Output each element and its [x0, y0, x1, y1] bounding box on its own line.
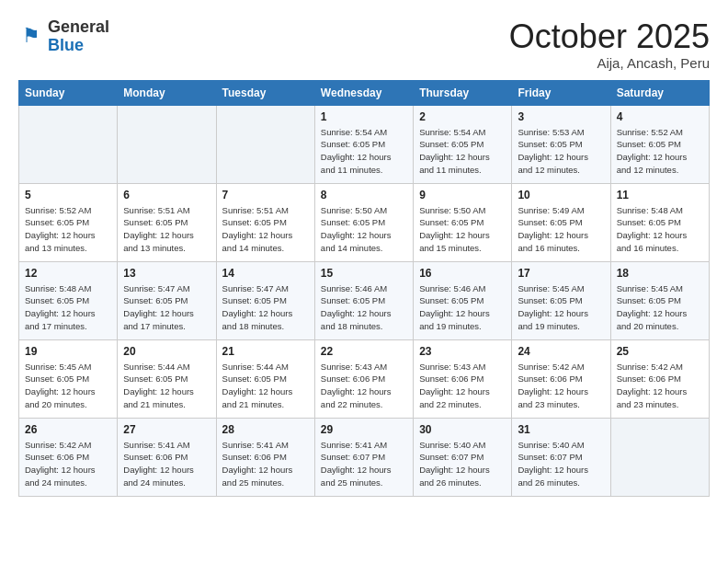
weekday-header-cell: Thursday [414, 80, 512, 105]
day-number: 14 [222, 267, 309, 280]
calendar-cell: 15Sunrise: 5:46 AM Sunset: 6:05 PM Dayli… [314, 261, 413, 339]
calendar-cell: 24Sunrise: 5:42 AM Sunset: 6:06 PM Dayli… [512, 339, 610, 418]
day-info: Sunrise: 5:44 AM Sunset: 6:05 PM Dayligh… [222, 361, 309, 411]
calendar-cell [216, 105, 314, 183]
calendar-cell: 3Sunrise: 5:53 AM Sunset: 6:05 PM Daylig… [512, 105, 610, 183]
calendar-cell: 2Sunrise: 5:54 AM Sunset: 6:05 PM Daylig… [414, 105, 512, 183]
day-info: Sunrise: 5:42 AM Sunset: 6:06 PM Dayligh… [518, 361, 604, 411]
logo-general-text: General [48, 17, 109, 36]
calendar-cell: 1Sunrise: 5:54 AM Sunset: 6:05 PM Daylig… [314, 105, 413, 183]
day-info: Sunrise: 5:43 AM Sunset: 6:06 PM Dayligh… [419, 361, 506, 411]
day-number: 25 [617, 345, 703, 358]
day-number: 18 [617, 267, 703, 280]
weekday-header-cell: Friday [512, 80, 610, 105]
calendar-cell: 19Sunrise: 5:45 AM Sunset: 6:05 PM Dayli… [19, 339, 118, 418]
day-number: 10 [518, 189, 604, 201]
logo-blue-text: Blue [48, 36, 84, 54]
day-info: Sunrise: 5:41 AM Sunset: 6:06 PM Dayligh… [123, 439, 210, 489]
day-info: Sunrise: 5:42 AM Sunset: 6:06 PM Dayligh… [25, 439, 111, 489]
day-number: 12 [25, 267, 111, 280]
calendar-cell: 8Sunrise: 5:50 AM Sunset: 6:05 PM Daylig… [314, 183, 413, 261]
day-number: 31 [518, 423, 604, 436]
day-info: Sunrise: 5:52 AM Sunset: 6:05 PM Dayligh… [25, 204, 111, 255]
day-number: 17 [518, 267, 604, 280]
weekday-header-cell: Tuesday [216, 80, 314, 105]
day-info: Sunrise: 5:53 AM Sunset: 6:05 PM Dayligh… [518, 126, 604, 177]
calendar-cell: 20Sunrise: 5:44 AM Sunset: 6:05 PM Dayli… [118, 339, 216, 418]
calendar-cell: 30Sunrise: 5:40 AM Sunset: 6:07 PM Dayli… [414, 418, 512, 496]
weekday-header-cell: Sunday [19, 80, 118, 105]
day-info: Sunrise: 5:40 AM Sunset: 6:07 PM Dayligh… [518, 439, 604, 489]
day-number: 27 [123, 423, 210, 436]
calendar-cell: 21Sunrise: 5:44 AM Sunset: 6:05 PM Dayli… [216, 339, 314, 418]
weekday-header-cell: Wednesday [314, 80, 413, 105]
weekday-header-row: SundayMondayTuesdayWednesdayThursdayFrid… [19, 80, 710, 105]
page-header: ⚑ General Blue October 2025 Aija, Ancash… [18, 18, 710, 71]
day-info: Sunrise: 5:45 AM Sunset: 6:05 PM Dayligh… [518, 282, 604, 333]
logo: ⚑ General Blue [18, 18, 109, 55]
calendar-cell: 9Sunrise: 5:50 AM Sunset: 6:05 PM Daylig… [414, 183, 512, 261]
day-info: Sunrise: 5:46 AM Sunset: 6:05 PM Dayligh… [419, 282, 506, 333]
day-info: Sunrise: 5:41 AM Sunset: 6:07 PM Dayligh… [321, 439, 407, 489]
calendar-cell: 7Sunrise: 5:51 AM Sunset: 6:05 PM Daylig… [216, 183, 314, 261]
day-info: Sunrise: 5:52 AM Sunset: 6:05 PM Dayligh… [617, 126, 703, 177]
day-number: 29 [321, 423, 407, 436]
calendar-cell: 28Sunrise: 5:41 AM Sunset: 6:06 PM Dayli… [216, 418, 314, 496]
day-number: 26 [25, 423, 111, 436]
day-number: 8 [321, 189, 407, 201]
day-number: 15 [321, 267, 407, 280]
day-number: 30 [419, 423, 506, 436]
day-info: Sunrise: 5:43 AM Sunset: 6:06 PM Dayligh… [321, 361, 407, 411]
day-number: 19 [25, 345, 111, 358]
calendar-cell: 10Sunrise: 5:49 AM Sunset: 6:05 PM Dayli… [512, 183, 610, 261]
calendar-cell: 11Sunrise: 5:48 AM Sunset: 6:05 PM Dayli… [610, 183, 709, 261]
calendar-cell: 22Sunrise: 5:43 AM Sunset: 6:06 PM Dayli… [314, 339, 413, 418]
day-number: 13 [123, 267, 210, 280]
day-number: 4 [617, 110, 703, 123]
day-info: Sunrise: 5:47 AM Sunset: 6:05 PM Dayligh… [123, 282, 210, 333]
day-info: Sunrise: 5:45 AM Sunset: 6:05 PM Dayligh… [25, 361, 111, 411]
calendar-cell: 26Sunrise: 5:42 AM Sunset: 6:06 PM Dayli… [19, 418, 118, 496]
calendar-cell: 31Sunrise: 5:40 AM Sunset: 6:07 PM Dayli… [512, 418, 610, 496]
calendar-cell: 17Sunrise: 5:45 AM Sunset: 6:05 PM Dayli… [512, 261, 610, 339]
calendar-week-row: 12Sunrise: 5:48 AM Sunset: 6:05 PM Dayli… [19, 261, 710, 339]
day-info: Sunrise: 5:46 AM Sunset: 6:05 PM Dayligh… [321, 282, 407, 333]
calendar-cell: 13Sunrise: 5:47 AM Sunset: 6:05 PM Dayli… [118, 261, 216, 339]
day-number: 9 [419, 189, 506, 201]
svg-text:⚑: ⚑ [22, 24, 40, 47]
calendar-cell: 4Sunrise: 5:52 AM Sunset: 6:05 PM Daylig… [610, 105, 709, 183]
day-number: 7 [222, 189, 309, 201]
calendar-cell [118, 105, 216, 183]
day-number: 20 [123, 345, 210, 358]
day-number: 11 [617, 189, 703, 201]
day-info: Sunrise: 5:45 AM Sunset: 6:05 PM Dayligh… [617, 282, 703, 333]
calendar-cell: 5Sunrise: 5:52 AM Sunset: 6:05 PM Daylig… [19, 183, 118, 261]
calendar-cell: 14Sunrise: 5:47 AM Sunset: 6:05 PM Dayli… [216, 261, 314, 339]
day-info: Sunrise: 5:54 AM Sunset: 6:05 PM Dayligh… [419, 126, 506, 177]
day-number: 1 [321, 110, 407, 123]
month-title: October 2025 [509, 18, 710, 55]
calendar-cell [19, 105, 118, 183]
day-info: Sunrise: 5:48 AM Sunset: 6:05 PM Dayligh… [25, 282, 111, 333]
calendar-cell: 23Sunrise: 5:43 AM Sunset: 6:06 PM Dayli… [414, 339, 512, 418]
day-number: 24 [518, 345, 604, 358]
day-number: 23 [419, 345, 506, 358]
weekday-header-cell: Monday [118, 80, 216, 105]
calendar-week-row: 26Sunrise: 5:42 AM Sunset: 6:06 PM Dayli… [19, 418, 710, 496]
day-info: Sunrise: 5:50 AM Sunset: 6:05 PM Dayligh… [419, 204, 506, 255]
day-info: Sunrise: 5:47 AM Sunset: 6:05 PM Dayligh… [222, 282, 309, 333]
calendar-cell: 25Sunrise: 5:42 AM Sunset: 6:06 PM Dayli… [610, 339, 709, 418]
calendar-week-row: 5Sunrise: 5:52 AM Sunset: 6:05 PM Daylig… [19, 183, 710, 261]
day-number: 28 [222, 423, 309, 436]
calendar-body: 1Sunrise: 5:54 AM Sunset: 6:05 PM Daylig… [19, 105, 710, 496]
day-info: Sunrise: 5:40 AM Sunset: 6:07 PM Dayligh… [419, 439, 506, 489]
day-number: 3 [518, 110, 604, 123]
day-info: Sunrise: 5:48 AM Sunset: 6:05 PM Dayligh… [617, 204, 703, 255]
calendar-cell: 29Sunrise: 5:41 AM Sunset: 6:07 PM Dayli… [314, 418, 413, 496]
location-subtitle: Aija, Ancash, Peru [509, 55, 710, 71]
day-info: Sunrise: 5:49 AM Sunset: 6:05 PM Dayligh… [518, 204, 604, 255]
day-info: Sunrise: 5:50 AM Sunset: 6:05 PM Dayligh… [321, 204, 407, 255]
day-number: 2 [419, 110, 506, 123]
calendar-cell: 12Sunrise: 5:48 AM Sunset: 6:05 PM Dayli… [19, 261, 118, 339]
day-info: Sunrise: 5:51 AM Sunset: 6:05 PM Dayligh… [123, 204, 210, 255]
